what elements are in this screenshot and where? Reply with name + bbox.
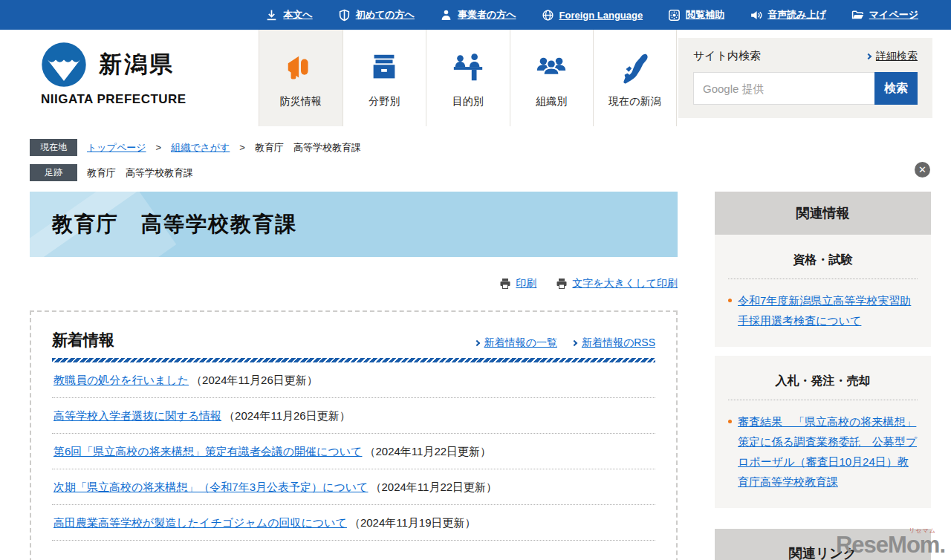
- news-item-link[interactable]: 第6回「県立高校の将来構想」策定有識者会議の開催について: [53, 445, 362, 458]
- news-item: 高田農業高等学校が製造したイチゴジャムの回収について（2024年11月19日更新…: [52, 505, 655, 541]
- logo-english: NIIGATA PREFECTURE: [41, 92, 259, 107]
- logo-kanji: 新潟県: [99, 49, 259, 80]
- news-list-link[interactable]: 新着情報の一覧: [475, 336, 557, 350]
- sidebar-link[interactable]: 令和7年度新潟県立高等学校実習助手採用選考検査について: [738, 290, 918, 331]
- topbar-link-first-time[interactable]: 初めての方へ: [338, 8, 415, 22]
- topbar-label: 本文へ: [283, 8, 312, 22]
- niigata-map-icon: [617, 51, 652, 85]
- main-layout: 教育庁 高等学校教育課 印刷 文字を大きくして印刷 新着情報 新着情報の一覧: [0, 192, 951, 560]
- printer-icon: [556, 278, 568, 290]
- news-item-link[interactable]: 高等学校入学者選抜に関する情報: [53, 409, 221, 422]
- browse-assist-icon: [668, 9, 681, 22]
- news-heading: 新着情報: [52, 330, 114, 351]
- person-icon: [440, 9, 452, 22]
- main-nav: 防災情報 分野別 目的別: [259, 30, 677, 126]
- news-section: 新着情報 新着情報の一覧 新着情報のRSS 教職員の処分を行いました（2024年…: [30, 310, 678, 560]
- folder-icon: [851, 9, 864, 22]
- footprint-row: 足跡 教育庁 高等学校教育課: [30, 164, 921, 181]
- news-item-date: （2024年11月26日更新）: [224, 409, 351, 422]
- shield-icon: [338, 9, 351, 22]
- site-search-panel: サイト内検索 詳細検索 検索: [678, 38, 932, 118]
- footprint-badge: 足跡: [30, 164, 77, 181]
- bullet-icon: [728, 420, 732, 423]
- nav-tab-by-purpose[interactable]: 目的別: [426, 30, 510, 126]
- topbar-link-my-page[interactable]: マイページ: [851, 8, 918, 22]
- news-list: 教職員の処分を行いました（2024年11月26日更新） 高等学校入学者選抜に関す…: [52, 362, 655, 541]
- megaphone-icon: [283, 51, 319, 85]
- footprint-text: 教育庁 高等学校教育課: [87, 166, 193, 180]
- niigata-logo-mark-icon: [41, 42, 87, 88]
- sidebar-link[interactable]: 審査結果 「県立高校の将来構想」策定に係る調査業務委託 公募型プロポーザル（審査…: [738, 411, 918, 492]
- nav-tab-disaster-info[interactable]: 防災情報: [259, 30, 343, 126]
- page-title-banner: 教育庁 高等学校教育課: [30, 192, 678, 257]
- print-links-row: 印刷 文字を大きくして印刷: [30, 276, 678, 291]
- dotted-divider: [728, 400, 918, 400]
- breadcrumb-link-org[interactable]: 組織でさがす: [171, 141, 230, 154]
- site-header: 新潟県 NIIGATA PREFECTURE 防災情報 分野別: [0, 30, 951, 126]
- topbar-link-main-content[interactable]: 本文へ: [265, 8, 312, 22]
- news-item-link[interactable]: 教職員の処分を行いました: [53, 374, 189, 386]
- news-item-date: （2024年11月22日更新）: [364, 445, 491, 458]
- breadcrumb-separator: >: [239, 142, 245, 153]
- print-link[interactable]: 印刷: [499, 277, 536, 290]
- nav-tab-current-niigata[interactable]: 現在の新潟: [593, 30, 677, 126]
- advanced-search-link[interactable]: 詳細検索: [866, 50, 918, 63]
- news-item-link[interactable]: 次期「県立高校の将来構想」（令和7年3月公表予定）について: [53, 481, 368, 493]
- breadcrumb-current: 教育庁 高等学校教育課: [255, 141, 361, 154]
- printer-icon: [499, 278, 511, 290]
- nav-label: 分野別: [369, 95, 400, 108]
- topbar-link-foreign-language[interactable]: Foreign Language: [542, 9, 643, 22]
- globe-icon: [542, 9, 554, 22]
- sidebar-section-heading: 資格・試験: [728, 253, 918, 268]
- utility-bar: 本文へ 初めての方へ 事業者の方へ Foreign Language 閲覧補助 …: [0, 0, 951, 30]
- news-item: 次期「県立高校の将来構想」（令和7年3月公表予定）について（2024年11月22…: [52, 469, 655, 505]
- bullet-icon: [728, 299, 732, 302]
- breadcrumb-area: 現在地 トップページ > 組織でさがす > 教育庁 高等学校教育課 足跡 教育庁…: [0, 126, 951, 183]
- news-item-date: （2024年11月22日更新）: [370, 481, 497, 493]
- sidebar-link-item: 審査結果 「県立高校の将来構想」策定に係る調査業務委託 公募型プロポーザル（審査…: [728, 411, 918, 492]
- topbar-label: 閲覧補助: [686, 8, 724, 22]
- news-item-date: （2024年11月26日更新）: [191, 374, 318, 386]
- arrow-down-icon: [265, 9, 278, 22]
- speaker-icon: [750, 9, 762, 22]
- topbar-label: 事業者の方へ: [458, 8, 516, 22]
- topbar-label: 初めての方へ: [356, 8, 415, 22]
- print-large-text-link[interactable]: 文字を大きくして印刷: [556, 277, 678, 290]
- nav-label: 防災情報: [280, 95, 322, 108]
- sidebar-link-item: 令和7年度新潟県立高等学校実習助手採用選考検査について: [728, 290, 918, 331]
- search-button[interactable]: 検索: [874, 72, 918, 105]
- current-location-badge: 現在地: [30, 139, 77, 156]
- organization-group-icon: [533, 51, 569, 85]
- sidebar-section-bids: 入札・発注・売却 審査結果 「県立高校の将来構想」策定に係る調査業務委託 公募型…: [715, 356, 931, 508]
- search-label: サイト内検索: [693, 49, 761, 63]
- purpose-counter-icon: [450, 51, 486, 85]
- news-item: 教職員の処分を行いました（2024年11月26日更新）: [52, 362, 655, 398]
- category-box-icon: [366, 51, 402, 85]
- sidebar-section-exams: 資格・試験 令和7年度新潟県立高等学校実習助手採用選考検査について: [715, 235, 931, 347]
- nav-label: 現在の新潟: [608, 95, 660, 108]
- breadcrumb-separator: >: [156, 142, 162, 153]
- breadcrumb: 現在地 トップページ > 組織でさがす > 教育庁 高等学校教育課: [30, 139, 921, 156]
- topbar-link-browse-assist[interactable]: 閲覧補助: [668, 8, 724, 22]
- watermark-text: ReseMom.: [836, 532, 945, 558]
- news-item-date: （2024年11月19日更新）: [349, 516, 476, 529]
- topbar-link-business[interactable]: 事業者の方へ: [440, 8, 516, 22]
- chevron-right-icon: [571, 340, 577, 346]
- topbar-link-text-to-speech[interactable]: 音声読み上げ: [750, 8, 826, 22]
- watermark-ruby: リセマム: [909, 527, 936, 535]
- close-icon[interactable]: ✕: [915, 162, 930, 178]
- dotted-divider: [728, 279, 918, 279]
- nav-label: 組織別: [536, 95, 567, 108]
- nav-label: 目的別: [452, 95, 484, 108]
- search-input[interactable]: [693, 72, 874, 105]
- nav-tab-by-organization[interactable]: 組織別: [510, 30, 594, 126]
- breadcrumb-link-top[interactable]: トップページ: [87, 141, 146, 154]
- news-rss-link[interactable]: 新着情報のRSS: [572, 336, 655, 350]
- news-item: 高等学校入学者選抜に関する情報（2024年11月26日更新）: [52, 398, 655, 434]
- topbar-label: Foreign Language: [559, 10, 643, 21]
- site-logo[interactable]: 新潟県 NIIGATA PREFECTURE: [0, 30, 259, 126]
- nav-tab-by-category[interactable]: 分野別: [343, 30, 426, 126]
- news-item-link[interactable]: 高田農業高等学校が製造したイチゴジャムの回収について: [53, 516, 347, 529]
- topbar-label: マイページ: [869, 8, 918, 22]
- page-title: 教育庁 高等学校教育課: [52, 210, 297, 238]
